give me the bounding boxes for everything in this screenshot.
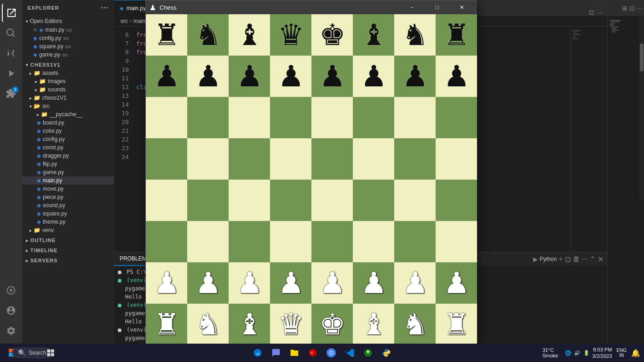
- chess-cell-1-0[interactable]: ♟: [146, 56, 187, 97]
- chess-cell-1-1[interactable]: ♟: [187, 56, 229, 97]
- flip-py[interactable]: ◈ flip.py: [22, 160, 114, 168]
- chess-cell-5-2[interactable]: [229, 221, 270, 262]
- images-folder[interactable]: ▸ 📁 images: [22, 77, 114, 85]
- chess-cell-6-5[interactable]: ♟: [353, 262, 394, 304]
- chess-cell-7-4[interactable]: ♚: [311, 304, 353, 345]
- chess-cell-2-4[interactable]: [311, 97, 353, 138]
- taskbar-chrome[interactable]: [323, 345, 339, 361]
- square-py-src[interactable]: ◈ square.py: [22, 209, 114, 218]
- battery-icon[interactable]: 🔋: [583, 350, 590, 356]
- chess-cell-6-2[interactable]: ♟: [229, 262, 270, 304]
- chess-board[interactable]: ♜♞♝♛♚♝♞♜♟♟♟♟♟♟♟♟♟♟♟♟♟♟♟♟♜♞♝♛♚♝♞♜: [146, 14, 476, 345]
- open-editor-square-py[interactable]: ◈ square.py src: [22, 42, 114, 51]
- chess-cell-0-3[interactable]: ♛: [270, 14, 311, 56]
- main-py-src[interactable]: ◈ main.py: [22, 176, 114, 185]
- outline-header[interactable]: ▸ OUTLINE: [22, 236, 114, 244]
- chess-cell-0-6[interactable]: ♞: [394, 14, 436, 56]
- chess-cell-4-3[interactable]: [270, 180, 311, 221]
- chess-cell-3-4[interactable]: [311, 138, 353, 180]
- keyboard-lang[interactable]: ENG IN: [615, 348, 628, 358]
- chess-cell-7-7[interactable]: ♜: [436, 304, 477, 345]
- chess-cell-0-4[interactable]: ♚: [311, 14, 353, 56]
- timeline-header[interactable]: ▸ TIMELINE: [22, 246, 114, 255]
- chess-cell-3-2[interactable]: [229, 138, 270, 180]
- run-debug-icon[interactable]: [2, 64, 20, 83]
- settings-gear-icon[interactable]: [2, 322, 20, 340]
- color-py[interactable]: ◈ color.py: [22, 127, 114, 135]
- layout-icon[interactable]: ⊞: [622, 5, 627, 12]
- dragger-py[interactable]: ◈ dragger.py: [22, 152, 114, 160]
- open-editor-main-py[interactable]: ✕ ◈ main.py src: [22, 26, 114, 34]
- config-py[interactable]: ◈ config.py: [22, 135, 114, 143]
- taskbar-time[interactable]: 8:03 PM 3/2/2023: [592, 346, 612, 360]
- chess-cell-2-5[interactable]: [353, 97, 394, 138]
- sound-py[interactable]: ◈ sound.py: [22, 201, 114, 209]
- chess-cell-1-3[interactable]: ♟: [270, 56, 311, 97]
- taskbar-xbox[interactable]: [360, 345, 376, 361]
- open-editors-header[interactable]: ▾ Open Editors: [22, 17, 114, 26]
- scrollbar-track[interactable]: [639, 16, 644, 200]
- chess-cell-0-0[interactable]: ♜: [146, 14, 187, 56]
- chess-cell-4-1[interactable]: [187, 180, 229, 221]
- chess-cell-2-3[interactable]: [270, 97, 311, 138]
- chess-cell-3-7[interactable]: [436, 138, 477, 180]
- board-py[interactable]: ◈ board.py: [22, 119, 114, 127]
- chess-cell-0-5[interactable]: ♝: [353, 14, 394, 56]
- chess-cell-0-7[interactable]: ♜: [436, 14, 477, 56]
- chess1v1-header[interactable]: ▾ CHESS1V1: [22, 61, 114, 69]
- terminal-close-icon[interactable]: ✕: [598, 255, 604, 264]
- chess-cell-1-4[interactable]: ♟: [311, 56, 353, 97]
- taskbar-edge[interactable]: [249, 345, 266, 361]
- sounds-folder[interactable]: ▸ 📁 sounds: [22, 85, 114, 94]
- chess-cell-2-2[interactable]: [229, 97, 270, 138]
- system-tray[interactable]: 🌐 🔊 🔋: [565, 350, 590, 356]
- assets-folder[interactable]: ▸ 📁 assets: [22, 69, 114, 77]
- chess-cell-2-1[interactable]: [187, 97, 229, 138]
- taskbar-chat[interactable]: [268, 345, 284, 361]
- taskbar-search[interactable]: 🔍 Search: [24, 345, 40, 361]
- account-icon[interactable]: [2, 301, 20, 320]
- close-icon[interactable]: ✕: [33, 27, 37, 33]
- venv-folder[interactable]: ▸ 📁 venv: [22, 226, 114, 234]
- chess-cell-6-0[interactable]: ♟: [146, 262, 187, 304]
- taskbar-vscode[interactable]: [341, 345, 358, 361]
- chess-cell-5-7[interactable]: [436, 221, 477, 262]
- explorer-icon[interactable]: [2, 4, 20, 22]
- chess-cell-1-5[interactable]: ♟: [353, 56, 394, 97]
- task-view-button[interactable]: [42, 345, 59, 361]
- chess-cell-3-0[interactable]: [146, 138, 187, 180]
- chess-close-button[interactable]: ✕: [451, 0, 472, 14]
- piece-py[interactable]: ◈ piece.py: [22, 193, 114, 201]
- volume-icon[interactable]: 🔊: [574, 350, 581, 356]
- taskbar-file-explorer[interactable]: [286, 345, 303, 361]
- chess-cell-6-4[interactable]: ♟: [311, 262, 353, 304]
- chess-cell-7-5[interactable]: ♝: [353, 304, 394, 345]
- src-folder[interactable]: ▾ 📂 src: [22, 102, 114, 110]
- notification-icon-taskbar[interactable]: 🔔: [631, 349, 640, 357]
- chess-cell-7-0[interactable]: ♜: [146, 304, 187, 345]
- taskbar-virus[interactable]: V: [305, 345, 321, 361]
- chess-cell-6-6[interactable]: ♟: [394, 262, 436, 304]
- chess-cell-2-6[interactable]: [394, 97, 436, 138]
- chess-cell-5-6[interactable]: [394, 221, 436, 262]
- source-control-icon[interactable]: [2, 44, 20, 62]
- chess-cell-0-1[interactable]: ♞: [187, 14, 229, 56]
- chess-cell-6-3[interactable]: ♟: [270, 262, 311, 304]
- chess-cell-6-7[interactable]: ♟: [436, 262, 477, 304]
- sidebar-more-icon[interactable]: ···: [101, 4, 109, 12]
- chess-cell-2-7[interactable]: [436, 97, 477, 138]
- chess-cell-2-0[interactable]: [146, 97, 187, 138]
- chess-cell-7-2[interactable]: ♝: [229, 304, 270, 345]
- chess-maximize-button[interactable]: □: [426, 0, 448, 14]
- terminal-expand-icon[interactable]: ⌃: [590, 255, 596, 264]
- chess-cell-1-7[interactable]: ♟: [436, 56, 477, 97]
- chess-minimize-button[interactable]: －: [402, 0, 423, 14]
- chess-cell-1-6[interactable]: ♟: [394, 56, 436, 97]
- search-activity-icon[interactable]: [2, 24, 20, 42]
- game-py-src[interactable]: ◈ game.py: [22, 168, 114, 176]
- servers-header[interactable]: ▸ SERVERS: [22, 256, 114, 265]
- remote-icon[interactable]: [2, 281, 20, 300]
- chess-cell-1-2[interactable]: ♟: [229, 56, 270, 97]
- chess-cell-5-5[interactable]: [353, 221, 394, 262]
- split-vert-icon[interactable]: ⊡: [629, 5, 635, 12]
